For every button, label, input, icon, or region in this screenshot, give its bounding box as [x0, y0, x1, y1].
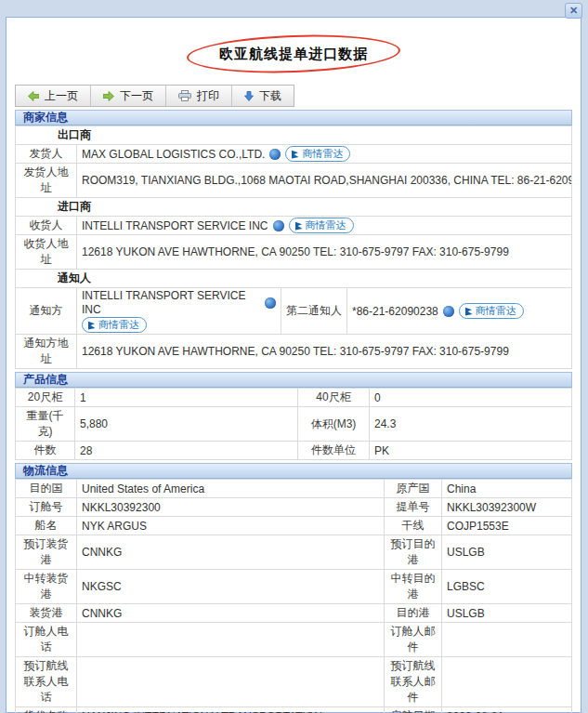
row-consignee-address: 收货人地址 12618 YUKON AVE HAWTHORNE, CA 9025… [16, 235, 572, 270]
shipper-address-value: ROOM319, TIANXIANG BLDG.,1068 MAOTAI ROA… [77, 164, 572, 198]
consignee-address-label: 收货人地址 [16, 235, 77, 270]
booked-destination-port-value: USLGB [442, 535, 572, 570]
next-page-label: 下一页 [120, 88, 153, 104]
radar-flag-icon [291, 150, 299, 159]
globe-icon[interactable] [443, 306, 454, 317]
destination-country-value: United States of America [77, 480, 385, 498]
weight-value: 5,880 [75, 407, 298, 442]
consignee-label: 收货人 [16, 217, 77, 235]
exporter-subheader-label: 出口商 [16, 126, 572, 145]
notify-value: INTELLI TRANSPORT SERVICE INC [82, 289, 260, 317]
radar-badge-button[interactable]: 商情雷达 [459, 303, 524, 319]
route-contact-email-value [442, 657, 572, 707]
shipper-address-label: 发货人地址 [16, 164, 77, 198]
prev-page-button[interactable]: 上一页 [16, 86, 91, 106]
download-button[interactable]: 下载 [232, 86, 294, 106]
notify-address-label: 通知方地址 [16, 335, 77, 369]
transit-destination-port-value: LGBSC [442, 570, 572, 604]
toolbar: 上一页 下一页 打印 [15, 85, 294, 107]
row-booked-ports: 预订装货港 CNNKG 预订目的港 USLGB [16, 535, 572, 570]
radar-badge-button[interactable]: 商情雷达 [82, 317, 147, 333]
booker-phone-label: 订舱人电话 [16, 623, 77, 657]
print-label: 打印 [197, 88, 219, 104]
forwarder-name-value: NANJING INTERNATIONALTRANSPORTATION [77, 707, 385, 713]
radar-badge-button[interactable]: 商情雷达 [285, 146, 350, 162]
origin-country-value: China [442, 480, 572, 498]
radar-flag-icon [87, 321, 96, 330]
row-notify-party: 通知方 INTELLI TRANSPORT SERVICE INC 商情雷达 [16, 288, 572, 335]
close-button[interactable]: ✕ [565, 3, 582, 19]
globe-icon[interactable] [273, 220, 284, 231]
section-header-product: 产品信息 [15, 372, 572, 388]
booker-email-value [442, 623, 572, 657]
consignee-value: INTELLI TRANSPORT SERVICE INC [82, 219, 268, 232]
trunk-line-label: 干线 [385, 517, 442, 535]
row-shipper-address: 发货人地址 ROOM319, TIANXIANG BLDG.,1068 MAOT… [16, 164, 572, 198]
transit-loading-port-value: NKGSC [77, 570, 385, 604]
booking-number-label: 订舱号 [16, 498, 77, 517]
consignee-address-value: 12618 YUKON AVE HAWTHORNE, CA 90250 TEL:… [77, 235, 572, 270]
row-vessel-trunk: 船名 NYK ARGUS 干线 COJP1553E [16, 517, 572, 535]
pieces-label: 件数 [16, 442, 75, 460]
transit-loading-port-label: 中转装货港 [16, 570, 77, 604]
subheader-exporter: 出口商 [16, 126, 572, 145]
second-notify-label: 第二通知人 [281, 288, 347, 335]
booker-email-label: 订舱人邮件 [385, 623, 442, 657]
departure-date-label: 启航日期 [385, 707, 442, 713]
destination-country-label: 目的国 [16, 480, 77, 498]
booker-phone-value [77, 623, 385, 657]
container40-value: 0 [370, 389, 572, 407]
vessel-name-value: NYK ARGUS [77, 517, 385, 535]
pieces-value: 28 [75, 442, 298, 460]
booked-loading-port-label: 预订装货港 [16, 535, 77, 570]
pieces-unit-value: PK [370, 442, 572, 460]
notify-label: 通知方 [16, 288, 77, 335]
section-header-logistics: 物流信息 [15, 463, 572, 479]
row-container-counts: 20尺柜 1 40尺柜 0 [16, 389, 572, 407]
row-notify-address: 通知方地址 12618 YUKON AVE HAWTHORNE, CA 9025… [16, 335, 572, 369]
row-ports: 装货港 CNNKG 目的港 USLGB [16, 604, 572, 623]
bl-number-label: 提单号 [385, 498, 442, 517]
section-header-merchant: 商家信息 [15, 110, 572, 125]
booked-destination-port-label: 预订目的港 [385, 535, 442, 570]
next-page-button[interactable]: 下一页 [91, 86, 166, 106]
row-consignee: 收货人 INTELLI TRANSPORT SERVICE INC 商情雷达 [16, 217, 572, 235]
volume-value: 24.3 [370, 407, 572, 442]
loading-port-label: 装货港 [16, 604, 77, 623]
transit-destination-port-label: 中转目的港 [385, 570, 442, 604]
radar-badge-label: 商情雷达 [302, 147, 343, 161]
row-pieces-unit: 件数 28 件数单位 PK [16, 442, 572, 460]
merchant-table: 出口商 发货人 MAX GLOBAL LOGISTICS CO.,LTD. 商情… [15, 125, 572, 369]
destination-port-value: USLGB [442, 604, 572, 623]
prev-page-label: 上一页 [45, 88, 78, 104]
destination-port-label: 目的港 [385, 604, 442, 623]
origin-country-label: 原产国 [385, 480, 442, 498]
blue-arrow-down-icon [244, 91, 254, 101]
row-forwarder-departure: 货代名称 NANJING INTERNATIONALTRANSPORTATION… [16, 707, 572, 713]
notify-address-value: 12618 YUKON AVE HAWTHORNE, CA 90250 TEL:… [77, 335, 572, 369]
globe-icon[interactable] [269, 149, 281, 160]
departure-date-value: 2020-08-21 [442, 707, 572, 713]
forwarder-name-label: 货代名称 [16, 707, 77, 713]
row-route-contact: 预订航线联系人电话 预订航线联系人邮件 [16, 657, 572, 707]
notify-subheader-label: 通知人 [16, 270, 572, 288]
subheader-importer: 进口商 [16, 198, 572, 217]
title-area: 欧亚航线提单进口数据 [15, 36, 572, 72]
weight-label: 重量(千克) [16, 407, 75, 442]
radar-flag-icon [294, 221, 303, 231]
volume-label: 体积(M3) [298, 407, 370, 442]
row-weight-volume: 重量(千克) 5,880 体积(M3) 24.3 [16, 407, 572, 442]
radar-badge-button[interactable]: 商情雷达 [289, 218, 354, 233]
booking-number-value: NKKL30392300 [77, 498, 385, 517]
booked-loading-port-value: CNNKG [77, 535, 385, 570]
product-table: 20尺柜 1 40尺柜 0 重量(千克) 5,880 体积(M3) 24.3 件… [15, 388, 572, 460]
container40-label: 40尺柜 [298, 389, 370, 407]
radar-badge-label: 商情雷达 [306, 218, 346, 232]
radar-badge-label: 商情雷达 [476, 304, 516, 318]
route-contact-email-label: 预订航线联系人邮件 [385, 657, 442, 707]
logistics-table: 目的国 United States of America 原产国 China 订… [15, 479, 572, 713]
importer-subheader-label: 进口商 [16, 198, 572, 217]
print-button[interactable]: 打印 [166, 86, 232, 106]
radar-flag-icon [464, 307, 473, 316]
globe-icon[interactable] [265, 297, 276, 309]
